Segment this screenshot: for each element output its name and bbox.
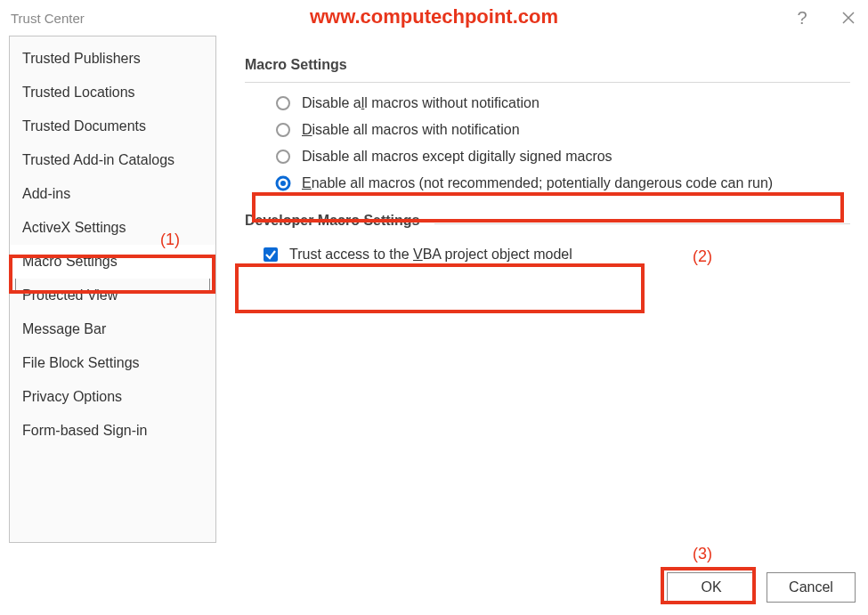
- sidebar-item-label: Trusted Add-in Catalogs: [22, 152, 174, 167]
- annotation-label-3: (3): [693, 545, 712, 563]
- content-pane: Macro Settings Disable all macros withou…: [216, 36, 859, 543]
- radio-disable-without-notification[interactable]: Disable all macros without notification: [275, 95, 850, 111]
- sidebar-item-label: Form-based Sign-in: [22, 423, 148, 438]
- button-label: Cancel: [789, 579, 833, 595]
- sidebar-item-protected-view[interactable]: Protected View: [10, 279, 215, 312]
- svg-point-2: [277, 150, 289, 163]
- svg-rect-5: [264, 247, 278, 262]
- sidebar-item-label: ActiveX Settings: [22, 220, 126, 235]
- watermark-text: www.computechpoint.com: [310, 5, 558, 28]
- radio-icon-checked: [275, 175, 291, 191]
- radio-label: Enable all macros (not recommended; pote…: [302, 175, 773, 191]
- sidebar-item-macro-settings[interactable]: Macro Settings: [10, 245, 215, 279]
- radio-label: Disable all macros without notification: [302, 95, 539, 111]
- sidebar-item-label: Privacy Options: [22, 389, 122, 404]
- sidebar-item-file-block-settings[interactable]: File Block Settings: [10, 346, 215, 380]
- developer-macro-heading: Developer Macro Settings: [245, 213, 420, 229]
- sidebar-item-add-ins[interactable]: Add-ins: [10, 177, 215, 211]
- window-title: Trust Center: [0, 11, 85, 26]
- radio-icon: [275, 122, 291, 138]
- close-icon[interactable]: [829, 0, 868, 36]
- sidebar-item-form-based-signin[interactable]: Form-based Sign-in: [10, 414, 215, 448]
- help-icon[interactable]: ?: [783, 0, 822, 36]
- divider: [245, 82, 850, 83]
- svg-point-0: [277, 97, 289, 109]
- svg-point-4: [280, 181, 286, 186]
- svg-point-1: [277, 124, 289, 136]
- radio-label: Disable all macros with notification: [302, 122, 520, 138]
- radio-icon: [275, 149, 291, 165]
- sidebar-item-label: Trusted Publishers: [22, 51, 141, 66]
- radio-label: Disable all macros except digitally sign…: [302, 149, 612, 165]
- checkbox-icon-checked: [263, 247, 279, 263]
- macro-settings-heading: Macro Settings: [245, 57, 850, 73]
- sidebar-item-trusted-locations[interactable]: Trusted Locations: [10, 76, 215, 109]
- sidebar-item-label: Macro Settings: [22, 254, 118, 269]
- sidebar-item-label: Message Bar: [22, 321, 106, 336]
- radio-disable-except-signed[interactable]: Disable all macros except digitally sign…: [275, 149, 850, 165]
- sidebar-item-label: Trusted Documents: [22, 118, 146, 134]
- sidebar: Trusted Publishers Trusted Locations Tru…: [9, 36, 216, 543]
- sidebar-item-trusted-addin-catalogs[interactable]: Trusted Add-in Catalogs: [10, 143, 215, 177]
- sidebar-item-message-bar[interactable]: Message Bar: [10, 312, 215, 346]
- sidebar-item-label: Protected View: [22, 287, 118, 303]
- sidebar-item-label: File Block Settings: [22, 355, 140, 370]
- sidebar-item-trusted-publishers[interactable]: Trusted Publishers: [10, 42, 215, 76]
- checkbox-label: Trust access to the VBA project object m…: [289, 247, 572, 263]
- ok-button[interactable]: OK: [667, 572, 756, 603]
- sidebar-item-label: Trusted Locations: [22, 85, 135, 100]
- cancel-button[interactable]: Cancel: [767, 572, 856, 603]
- radio-icon: [275, 95, 291, 111]
- sidebar-item-trusted-documents[interactable]: Trusted Documents: [10, 109, 215, 143]
- radio-enable-all-macros[interactable]: Enable all macros (not recommended; pote…: [275, 175, 850, 191]
- sidebar-item-activex-settings[interactable]: ActiveX Settings: [10, 211, 215, 245]
- divider: [434, 223, 851, 224]
- sidebar-item-privacy-options[interactable]: Privacy Options: [10, 380, 215, 414]
- sidebar-item-label: Add-ins: [22, 186, 70, 201]
- checkbox-trust-vba[interactable]: Trust access to the VBA project object m…: [245, 247, 850, 263]
- radio-disable-with-notification[interactable]: Disable all macros with notification: [275, 122, 850, 138]
- button-label: OK: [701, 579, 721, 595]
